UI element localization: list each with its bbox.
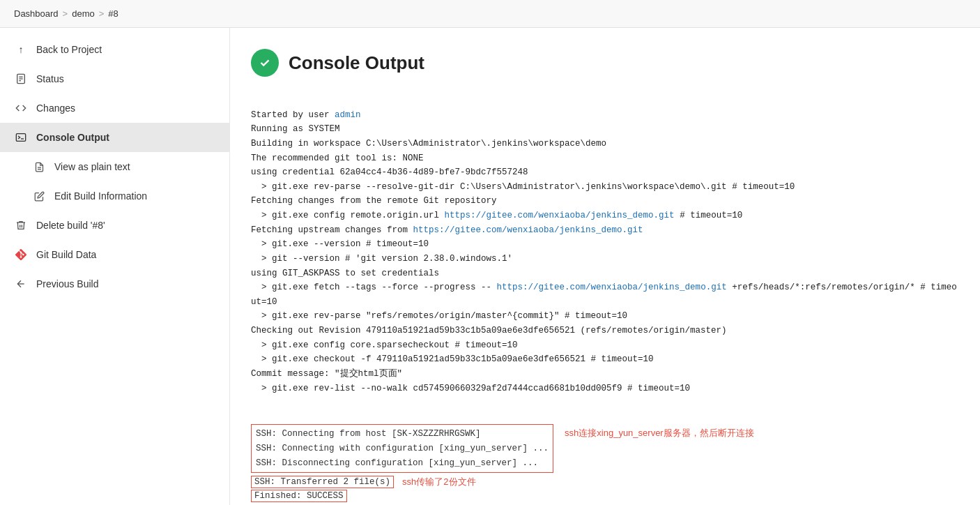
breadcrumb-dashboard[interactable]: Dashboard: [14, 8, 59, 19]
svg-point-9: [259, 56, 271, 69]
sidebar-item-previous-build[interactable]: Previous Build: [0, 269, 229, 299]
sidebar: ↑ Back to Project Status Changes Console…: [0, 28, 230, 505]
transferred-box: SSH: Transferred 2 file(s): [251, 476, 394, 488]
code-icon: [14, 101, 28, 115]
sidebar-label-status: Status: [36, 73, 64, 84]
line-started-by: Started by user admin Running as SYSTEM …: [251, 110, 957, 393]
sidebar-item-status[interactable]: Status: [0, 64, 229, 93]
sidebar-label-console: Console Output: [36, 132, 109, 143]
transferred-row: SSH: Transferred 2 file(s) ssh传输了2份文件: [251, 476, 959, 488]
sidebar-label-changes: Changes: [36, 103, 75, 114]
finished-row: Finished: SUCCESS: [251, 491, 959, 501]
ssh-line-1: SSH: Connecting from host [SK-XSZZZRHRGS…: [256, 427, 549, 442]
breadcrumb: Dashboard > demo > #8: [0, 0, 980, 28]
admin-link[interactable]: admin: [335, 110, 361, 120]
sidebar-item-back-to-project[interactable]: ↑ Back to Project: [0, 35, 229, 64]
sidebar-item-console-output[interactable]: Console Output: [0, 123, 229, 152]
breadcrumb-build: #8: [108, 8, 118, 19]
success-check-icon: [251, 49, 279, 77]
doc-icon: [14, 72, 28, 86]
main-content: Console Output Started by user admin Run…: [230, 28, 980, 505]
transferred-annotation: ssh传输了2份文件: [402, 476, 475, 488]
sidebar-label-delete: Delete build '#8': [36, 220, 105, 231]
arrow-left-icon: [14, 277, 28, 291]
terminal-icon: [14, 130, 28, 144]
sidebar-label-plain-text: View as plain text: [54, 161, 130, 172]
sidebar-item-git-build-data[interactable]: Git Build Data: [0, 240, 229, 269]
finished-box: Finished: SUCCESS: [251, 490, 347, 502]
ssh-bordered-box: SSH: Connecting from host [SK-XSZZZRHRGS…: [251, 424, 553, 473]
file-text-icon: [32, 160, 46, 174]
ssh-line-2: SSH: Connecting with configuration [xing…: [256, 442, 549, 456]
svg-rect-4: [16, 134, 25, 142]
ssh-annotation-text: ssh连接xing_yun_server服务器，然后断开连接: [565, 427, 754, 439]
trash-icon: [14, 218, 28, 232]
sidebar-label-previous: Previous Build: [36, 278, 99, 289]
gitee-link-2[interactable]: https://gitee.com/wenxiaoba/jenkins_demo…: [413, 225, 643, 235]
breadcrumb-demo[interactable]: demo: [72, 8, 95, 19]
ssh-annotation-block: SSH: Connecting from host [SK-XSZZZRHRGS…: [251, 424, 959, 473]
breadcrumb-sep-1: >: [63, 8, 68, 19]
git-icon: [14, 248, 28, 262]
page-title-row: Console Output: [251, 49, 959, 77]
console-output-area: Started by user admin Running as SYSTEM …: [251, 93, 959, 424]
breadcrumb-sep-2: >: [99, 8, 105, 19]
sidebar-label-edit-build: Edit Build Information: [54, 190, 147, 202]
sidebar-item-view-plain-text[interactable]: View as plain text: [0, 152, 229, 181]
watermark: CSDN @wenxiaoba: [251, 501, 959, 505]
sidebar-item-edit-build-info[interactable]: Edit Build Information: [0, 181, 229, 211]
arrow-up-icon: ↑: [14, 43, 28, 56]
gitee-link-1[interactable]: https://gitee.com/wenxiaoba/jenkins_demo…: [445, 211, 675, 220]
sidebar-item-changes[interactable]: Changes: [0, 93, 229, 123]
edit-icon: [32, 189, 46, 203]
page-title: Console Output: [289, 52, 424, 74]
sidebar-label-back: Back to Project: [36, 44, 102, 55]
gitee-link-3[interactable]: https://gitee.com/wenxiaoba/jenkins_demo…: [497, 282, 727, 292]
ssh-line-3: SSH: Disconnecting configuration [xing_y…: [256, 456, 549, 471]
sidebar-item-delete-build[interactable]: Delete build '#8': [0, 211, 229, 240]
sidebar-label-git: Git Build Data: [36, 249, 96, 260]
